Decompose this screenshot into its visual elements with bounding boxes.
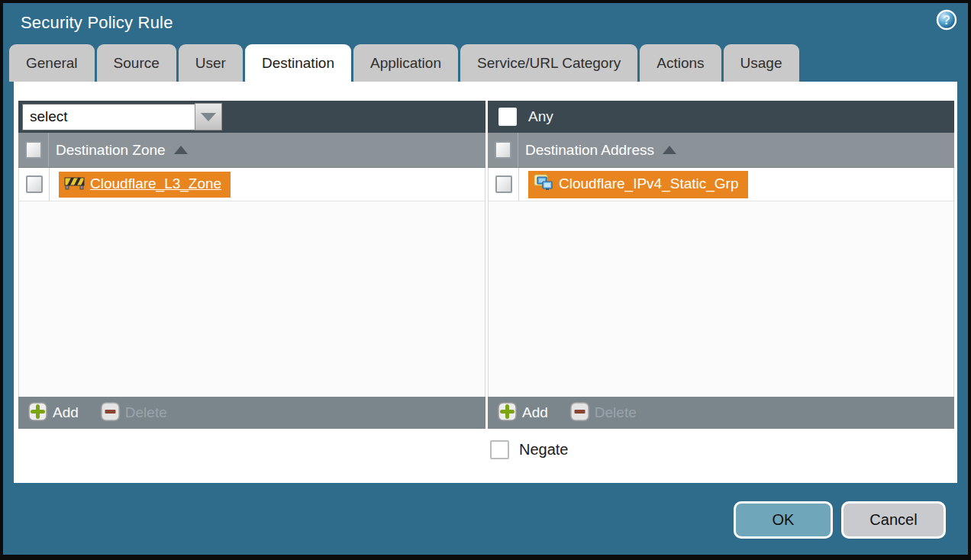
zone-row-main: Cloudflare_L3_Zone <box>50 168 485 201</box>
address-column-title[interactable]: Destination Address <box>525 142 654 159</box>
address-select-all-checkbox[interactable] <box>495 141 511 159</box>
any-bar: Any <box>488 101 954 133</box>
svg-text:?: ? <box>943 14 950 27</box>
address-object-link[interactable]: Cloudflare_IPv4_Static_Grp <box>528 171 748 198</box>
title-bar: Security Policy Rule ? <box>3 3 968 46</box>
destination-address-panel: Any Destination Address <box>488 101 954 429</box>
zone-object-link[interactable]: Cloudflare_L3_Zone <box>59 172 231 198</box>
delete-icon <box>570 402 589 424</box>
sort-ascending-icon[interactable] <box>174 146 188 154</box>
help-icon[interactable]: ? <box>936 9 957 31</box>
add-icon <box>28 402 47 424</box>
tab-usage[interactable]: Usage <box>724 44 799 82</box>
any-checkbox[interactable] <box>498 108 517 126</box>
address-toolbar: Add Delete <box>488 397 954 429</box>
chevron-down-icon <box>201 113 216 121</box>
zone-select-dropdown-button[interactable] <box>195 103 222 130</box>
ok-button[interactable]: OK <box>734 501 833 539</box>
sort-ascending-icon[interactable] <box>663 146 676 154</box>
destination-tab-content: Destination Zone <box>14 82 957 483</box>
zone-row-checkbox-cell <box>19 168 50 201</box>
zone-row-checkbox[interactable] <box>26 175 43 193</box>
zone-icon <box>64 175 85 194</box>
destination-zone-panel: Destination Zone <box>18 101 486 429</box>
tab-source[interactable]: Source <box>97 44 176 82</box>
any-label: Any <box>528 108 553 125</box>
address-object-label: Cloudflare_IPv4_Static_Grp <box>559 175 739 192</box>
any-row: Any <box>492 108 553 126</box>
cancel-button[interactable]: Cancel <box>841 501 946 539</box>
zone-select-bar <box>18 101 486 133</box>
add-button[interactable]: Add <box>498 402 548 424</box>
table-row: Cloudflare_IPv4_Static_Grp <box>489 168 953 201</box>
tab-destination[interactable]: Destination <box>245 44 351 82</box>
address-group-icon <box>534 174 553 195</box>
zone-select <box>22 103 222 130</box>
tab-bar: General Source User Destination Applicat… <box>9 44 799 82</box>
add-icon <box>498 402 517 424</box>
tab-actions[interactable]: Actions <box>640 44 721 82</box>
zone-select-input[interactable] <box>22 104 195 130</box>
table-row: Cloudflare_L3_Zone <box>19 168 485 201</box>
address-row-checkbox-cell <box>489 168 519 201</box>
zone-toolbar: Add Delete <box>18 397 486 429</box>
zone-column-header: Destination Zone <box>18 133 486 168</box>
zone-object-label: Cloudflare_L3_Zone <box>90 175 221 192</box>
address-column-header: Destination Address <box>488 133 954 168</box>
zone-rows-area: Cloudflare_L3_Zone <box>18 168 486 397</box>
negate-row: Negate <box>490 440 569 459</box>
add-button[interactable]: Add <box>28 402 79 424</box>
address-row-checkbox[interactable] <box>495 175 512 193</box>
dialog-title: Security Policy Rule <box>21 13 173 33</box>
zone-column-title[interactable]: Destination Zone <box>56 142 166 159</box>
tab-service-url-category[interactable]: Service/URL Category <box>460 44 637 82</box>
negate-label: Negate <box>519 441 569 459</box>
security-policy-rule-dialog: Security Policy Rule ? General Source Us… <box>0 0 971 560</box>
add-button-label: Add <box>522 404 548 421</box>
negate-checkbox[interactable] <box>490 440 509 459</box>
delete-button-label: Delete <box>595 404 637 421</box>
add-button-label: Add <box>53 404 79 421</box>
address-row-main: Cloudflare_IPv4_Static_Grp <box>519 168 953 201</box>
zone-select-all-checkbox[interactable] <box>25 141 42 159</box>
tab-application[interactable]: Application <box>353 44 458 82</box>
delete-button-label: Delete <box>125 404 167 421</box>
delete-icon <box>101 402 120 424</box>
tab-general[interactable]: General <box>9 44 95 82</box>
address-select-all-cell <box>488 133 518 167</box>
delete-button[interactable]: Delete <box>570 402 637 424</box>
delete-button[interactable]: Delete <box>101 402 167 424</box>
zone-select-all-cell <box>18 133 49 167</box>
address-rows-area: Cloudflare_IPv4_Static_Grp <box>488 168 954 397</box>
tab-user[interactable]: User <box>179 44 243 82</box>
